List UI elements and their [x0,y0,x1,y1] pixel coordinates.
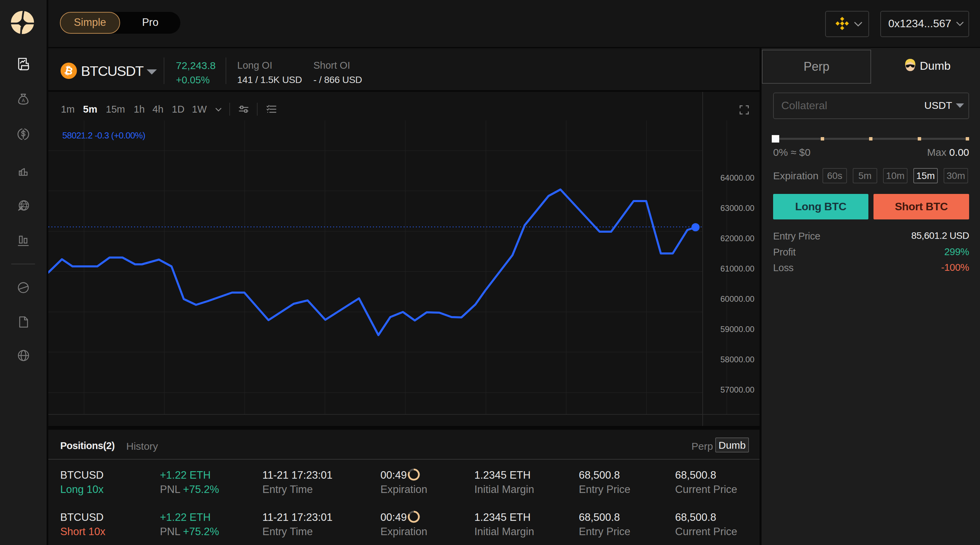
svg-text:58000.00: 58000.00 [721,355,754,364]
svg-text:1: 1 [19,171,21,175]
svg-text:A: A [22,98,25,103]
svg-text:64000.00: 64000.00 [721,173,754,182]
svg-text:59000.00: 59000.00 [721,324,754,334]
svg-text:61000.00: 61000.00 [721,264,754,273]
svg-text:60000.00: 60000.00 [721,294,754,303]
svg-text:57000.00: 57000.00 [721,385,754,394]
svg-text:63000.00: 63000.00 [721,203,754,213]
svg-text:62000.00: 62000.00 [721,234,754,243]
